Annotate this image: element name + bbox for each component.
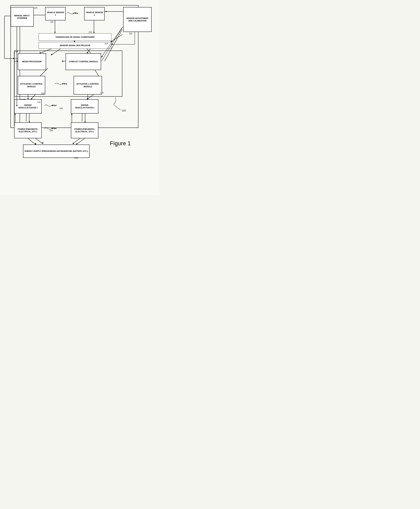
multiplexor-box: SENSOR SIGNAL MULTIPLEXOR (39, 42, 111, 49)
vehicle-sensor-1-box: VEHICLE SENSOR 1 (45, 7, 66, 20)
svg-line-7 (111, 35, 122, 42)
energy-supply-label: ENERGY SUPPLY (PRESSURIZED AIR RESERVOIR… (25, 150, 88, 152)
energy-supply-box: ENERGY SUPPLY (PRESSURIZED AIR RESERVOIR… (23, 144, 90, 158)
svg-line-74 (76, 138, 85, 144)
svg-point-53 (53, 128, 55, 129)
powern-box: POWER (PNEUMATIC, ELECTRICAL, ETC.) (71, 122, 98, 138)
microprocessor-label: MICRO-PROCESSOR (22, 60, 42, 63)
vehicle-sensor-n-box: VEHICLE SENSOR n (84, 7, 105, 20)
svg-point-52 (52, 128, 53, 129)
energy-supply-ref: 218 (75, 157, 78, 159)
svg-point-44 (75, 13, 76, 14)
drivern-label: DRIVER (75, 104, 95, 106)
vehicle-sensor-n-label: VEHICLE SENSOR n (85, 11, 104, 16)
svg-marker-6 (93, 32, 95, 33)
manual-input-ref: 224 (34, 7, 37, 9)
svg-marker-4 (54, 32, 56, 33)
manual-input-label: MANUAL INPUT / OVERRIDE (12, 14, 33, 20)
svg-marker-41 (72, 143, 74, 144)
transducer-ref: 212 (89, 31, 92, 33)
svg-marker-77 (14, 113, 16, 115)
actuator1-ctrl-ref: 116 (41, 92, 44, 94)
multiplexor-ref: 214 (105, 43, 108, 45)
svg-marker-10 (105, 11, 106, 12)
actuator1-ctrl-box: ACTUATOR 1 CONTROL MODULE (18, 76, 45, 95)
manual-input-box: MANUAL INPUT / OVERRIDE (11, 7, 34, 27)
driver-actuatorn-ref: 126 (59, 107, 63, 109)
svg-point-45 (77, 13, 78, 14)
svg-line-72 (28, 138, 36, 144)
vehicle-sensor-1-label: VEHICLE SENSOR 1 (46, 11, 65, 16)
outer-box-ref: 114 (15, 51, 18, 53)
actuatorn-ctrl-ref: 118 (100, 91, 103, 94)
actuatorn-ctrl-box: ACTUATOR n CONTROL MODULE (74, 76, 102, 95)
svg-point-51 (55, 105, 56, 106)
vehicle-actuator1-label: VEHICLE ACTUATOR 1 (18, 106, 38, 109)
transducer-box: TRANSDUCER OR SIGNAL CONDITIONER (39, 33, 111, 41)
power1-box: POWER (PNEUMATIC, ELECTRICAL, ETC.) (14, 122, 42, 138)
power1-ref: 220 (50, 129, 53, 132)
svg-marker-94 (111, 44, 112, 45)
powern-label: POWER (PNEUMATIC, ELECTRICAL, ETC.) (72, 128, 97, 133)
sensor-adj-box: SENSOR ADJUSTMENT AND CALIBRATION (123, 7, 152, 32)
sensor-adj-ref: 222 (129, 32, 132, 35)
microprocessor-box: MICRO-PROCESSOR (18, 53, 46, 70)
figure-label: Figure 1 (110, 140, 131, 147)
diagram: MANUAL INPUT / OVERRIDE 224 VEHICLE SENS… (0, 0, 160, 195)
conflict-control-box: CONFLICT CONTROL MODULE (66, 53, 101, 70)
actuator1-ctrl-label: ACTUATOR 1 CONTROL MODULE (19, 83, 44, 88)
svg-point-54 (55, 128, 56, 129)
driver-actuatorn-box: DRIVER VEHICLE ACTUATOR n (71, 99, 98, 114)
vehicle-actuatorn-label: VEHICLE ACTUATOR n (75, 106, 95, 109)
conflict-control-label: CONFLICT CONTROL MODULE (69, 60, 98, 63)
vehicle-sensor-1-ref: 210 (50, 21, 53, 23)
driver1-label: DRIVER (18, 104, 38, 106)
sensor-adj-label: SENSOR ADJUSTMENT AND CALIBRATION (124, 17, 150, 22)
system-ref: 110 (122, 109, 126, 112)
transducer-label: TRANSDUCER OR SIGNAL CONDITIONER (55, 36, 95, 38)
svg-point-49 (52, 105, 53, 106)
driver-actuator1-ref: 216 (37, 101, 40, 103)
svg-point-43 (73, 13, 74, 14)
svg-marker-39 (42, 142, 43, 144)
power1-label: POWER (PNEUMATIC, ELECTRICAL, ETC.) (15, 128, 41, 133)
svg-point-50 (53, 105, 55, 106)
svg-marker-79 (71, 113, 73, 115)
svg-line-42 (113, 105, 120, 110)
multiplexor-label: SENSOR SIGNAL MULTIPLEXOR (60, 44, 90, 47)
actuatorn-ctrl-label: ACTUATOR n CONTROL MODULE (75, 83, 101, 88)
